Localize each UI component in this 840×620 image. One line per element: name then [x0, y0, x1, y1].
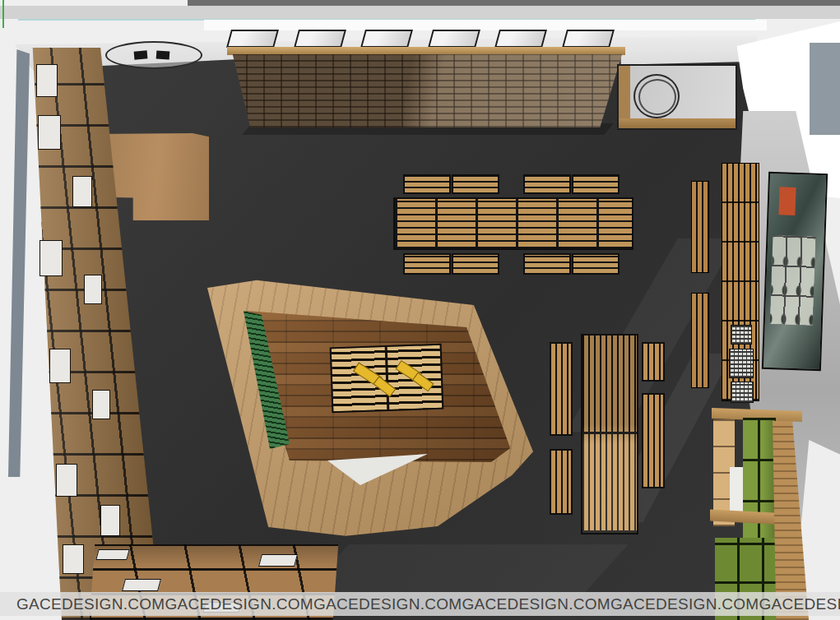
white-shelf-box — [100, 505, 120, 536]
mesh-basket — [731, 325, 752, 345]
watermark-text: GACEDESIGN.COM — [165, 595, 314, 613]
chair — [134, 50, 148, 59]
locker-wood-side — [773, 421, 809, 620]
clerestory-window — [494, 30, 547, 48]
bench — [452, 174, 499, 194]
bench — [572, 174, 620, 194]
bench — [452, 253, 499, 275]
communal-table-vertical — [581, 334, 638, 534]
white-shelf-box — [84, 275, 102, 304]
wooden-lattice-screen — [229, 54, 624, 127]
clerestory-window — [294, 30, 346, 48]
mesh-basket — [729, 349, 754, 378]
bench — [550, 342, 573, 436]
mesh-basket — [731, 382, 754, 403]
clerestory-window — [360, 30, 413, 48]
green-axis-line — [2, 0, 4, 28]
left-wall-top-edge — [8, 49, 30, 477]
bench — [642, 342, 665, 382]
watermark-text: GACEDESIGN.COM — [313, 595, 462, 613]
white-shelf-box — [92, 390, 110, 419]
white-shelf-box — [39, 240, 63, 276]
lattice-screen-top-rail — [227, 47, 625, 55]
corner-wall-blue — [810, 43, 840, 135]
slat-screen — [691, 181, 709, 273]
ceiling-oval — [105, 41, 202, 69]
clerestory-window — [226, 30, 279, 48]
bench — [550, 449, 573, 515]
interior-render-canvas: GACEDESIGN.COM GACEDESIGN.COM GACEDESIGN… — [0, 0, 840, 620]
poster-orange-seal — [778, 187, 796, 215]
yellow-book — [373, 376, 396, 396]
white-rack-item — [258, 554, 298, 567]
table-divider — [385, 347, 390, 409]
top-dark-band — [188, 0, 840, 6]
bench — [572, 253, 620, 275]
white-shelf-box — [63, 544, 84, 574]
communal-table-horizontal — [393, 197, 633, 250]
round-basin-inner — [638, 79, 676, 115]
skylight-band — [204, 20, 767, 30]
white-rack-item — [95, 549, 129, 560]
top-light-strip — [0, 6, 840, 19]
low-slatted-table — [330, 344, 444, 414]
bench — [642, 393, 665, 488]
watermark-bar: GACEDESIGN.COM GACEDESIGN.COM GACEDESIGN… — [0, 592, 840, 616]
bench — [523, 253, 571, 275]
bench — [523, 174, 571, 194]
chair — [156, 50, 170, 59]
white-rack-item — [122, 579, 161, 591]
white-shelf-box — [56, 464, 77, 497]
counter-box — [617, 64, 737, 130]
poster-image-grid — [770, 235, 816, 326]
yellow-book — [412, 372, 434, 392]
bench — [403, 174, 451, 194]
watermark-text: GACEDESIGN.COM — [462, 595, 611, 613]
white-shelf-box — [72, 176, 92, 207]
green-locker-cabinet — [702, 405, 809, 620]
white-shelf-box — [38, 115, 61, 150]
counter-wood-rail — [619, 118, 736, 128]
watermark-text: GACEDESIGN.COM — [610, 595, 759, 613]
slat-screen — [691, 293, 709, 388]
white-shelf-box — [49, 349, 71, 383]
bench — [403, 253, 451, 275]
white-shelf-box — [36, 64, 58, 97]
clerestory-window — [428, 30, 480, 48]
watermark-text: GACEDESIGN.COM — [16, 595, 165, 613]
clerestory-window — [562, 30, 615, 48]
wall-poster — [762, 172, 828, 371]
watermark-text: GACEDESIGN.COM — [759, 595, 840, 613]
